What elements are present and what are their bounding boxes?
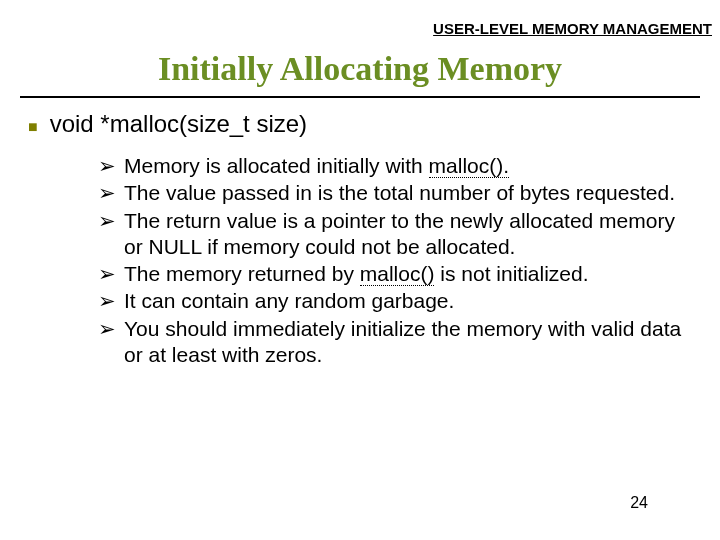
title-divider	[20, 96, 700, 98]
list-item: ➢ The value passed in is the total numbe…	[98, 180, 692, 206]
list-item: ➢ It can contain any random garbage.	[98, 288, 692, 314]
section-text: void *malloc(size_t size)	[50, 110, 307, 138]
page-number: 24	[630, 494, 648, 512]
list-item: ➢ Memory is allocated initially with mal…	[98, 153, 692, 179]
triangle-bullet-icon: ➢	[98, 180, 116, 206]
section-heading: ■ void *malloc(size_t size)	[28, 110, 692, 139]
triangle-bullet-icon: ➢	[98, 288, 116, 314]
list-item: ➢ The return value is a pointer to the n…	[98, 208, 692, 261]
bullet-text-fragment: The memory returned by	[124, 262, 360, 285]
list-item: ➢ You should immediately initialize the …	[98, 316, 692, 369]
bullet-text-fragment: is not initialized.	[434, 262, 588, 285]
bullet-text-fragment: Memory is allocated initially with	[124, 154, 429, 177]
bullet-text-underline: malloc().	[429, 154, 510, 178]
bullet-list: ➢ Memory is allocated initially with mal…	[98, 153, 692, 368]
bullet-text: The memory returned by malloc() is not i…	[124, 261, 589, 287]
bullet-text: The value passed in is the total number …	[124, 180, 675, 206]
bullet-text: The return value is a pointer to the new…	[124, 208, 692, 261]
list-item: ➢ The memory returned by malloc() is not…	[98, 261, 692, 287]
header-label: USER-LEVEL MEMORY MANAGEMENT	[433, 20, 712, 37]
triangle-bullet-icon: ➢	[98, 208, 116, 261]
triangle-bullet-icon: ➢	[98, 316, 116, 369]
bullet-text: You should immediately initialize the me…	[124, 316, 692, 369]
bullet-text: Memory is allocated initially with mallo…	[124, 153, 509, 179]
triangle-bullet-icon: ➢	[98, 153, 116, 179]
square-bullet-icon: ■	[28, 115, 38, 139]
slide-title: Initially Allocating Memory	[0, 50, 720, 88]
bullet-text-underline: malloc()	[360, 262, 435, 286]
bullet-text: It can contain any random garbage.	[124, 288, 454, 314]
triangle-bullet-icon: ➢	[98, 261, 116, 287]
